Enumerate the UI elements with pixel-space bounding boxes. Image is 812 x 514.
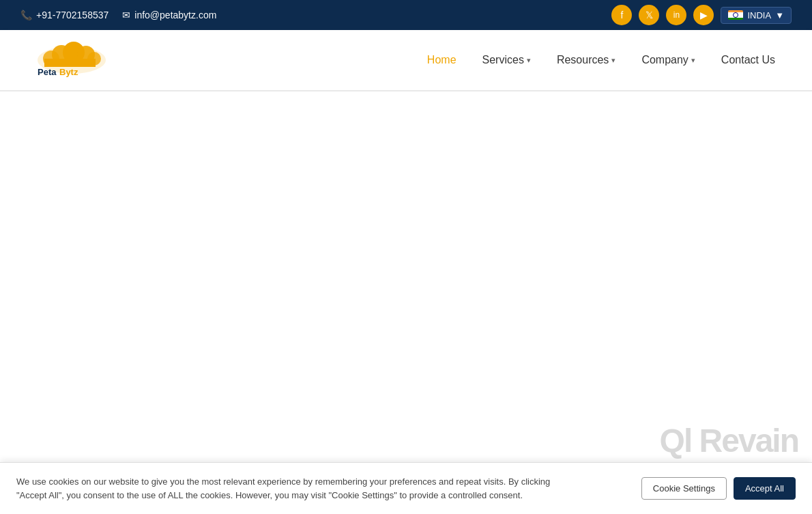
nav-item-company[interactable]: Company ▾ bbox=[632, 48, 704, 72]
cookie-settings-button[interactable]: Cookie Settings bbox=[641, 477, 727, 500]
navbar: Peta Bytz Home Services ▾ Resources ▾ Co… bbox=[0, 30, 812, 91]
logo-container[interactable]: Peta Bytz bbox=[27, 40, 116, 81]
top-bar: 📞 +91-7702158537 ✉ info@petabytz.com f 𝕏… bbox=[0, 0, 812, 30]
phone-info: 📞 +91-7702158537 bbox=[20, 10, 108, 20]
services-chevron: ▾ bbox=[527, 56, 531, 65]
nav-item-services[interactable]: Services ▾ bbox=[473, 48, 540, 72]
nav-link-resources[interactable]: Resources ▾ bbox=[547, 48, 625, 72]
svg-text:Peta: Peta bbox=[38, 67, 57, 77]
linkedin-icon[interactable]: in bbox=[666, 5, 686, 25]
country-label: INDIA bbox=[747, 10, 771, 20]
main-content bbox=[0, 91, 812, 474]
nav-links: Home Services ▾ Resources ▾ Company ▾ Co… bbox=[418, 48, 785, 72]
facebook-icon[interactable]: f bbox=[611, 5, 632, 25]
twitter-icon[interactable]: 𝕏 bbox=[639, 5, 659, 25]
top-bar-right: f 𝕏 in ▶ INDIA ▼ bbox=[611, 5, 792, 25]
phone-icon: 📞 bbox=[20, 10, 32, 20]
nav-item-home[interactable]: Home bbox=[418, 48, 466, 72]
nav-link-services[interactable]: Services ▾ bbox=[473, 48, 540, 72]
email-info: ✉ info@petabytz.com bbox=[122, 10, 216, 20]
india-flag bbox=[728, 10, 743, 20]
company-chevron: ▾ bbox=[691, 56, 695, 65]
cookie-text: We use cookies on our website to give yo… bbox=[16, 475, 576, 502]
country-selector[interactable]: INDIA ▼ bbox=[721, 7, 792, 24]
country-chevron: ▼ bbox=[775, 10, 784, 20]
nav-link-home[interactable]: Home bbox=[418, 48, 466, 72]
email-icon: ✉ bbox=[122, 10, 130, 20]
svg-text:Bytz: Bytz bbox=[59, 67, 78, 77]
nav-item-resources[interactable]: Resources ▾ bbox=[547, 48, 625, 72]
youtube-icon[interactable]: ▶ bbox=[693, 5, 714, 25]
nav-item-contact[interactable]: Contact Us bbox=[712, 48, 785, 72]
top-bar-left: 📞 +91-7702158537 ✉ info@petabytz.com bbox=[20, 10, 216, 20]
accept-all-button[interactable]: Accept All bbox=[734, 477, 796, 500]
svg-rect-6 bbox=[44, 59, 96, 67]
phone-number: +91-7702158537 bbox=[36, 10, 108, 20]
resources-chevron: ▾ bbox=[611, 56, 615, 65]
petabytz-logo: Peta Bytz bbox=[27, 40, 116, 81]
email-address: info@petabytz.com bbox=[134, 10, 216, 20]
cookie-banner: We use cookies on our website to give yo… bbox=[0, 462, 812, 514]
nav-link-company[interactable]: Company ▾ bbox=[632, 48, 704, 72]
nav-link-contact[interactable]: Contact Us bbox=[712, 48, 785, 72]
cookie-buttons: Cookie Settings Accept All bbox=[641, 477, 796, 500]
